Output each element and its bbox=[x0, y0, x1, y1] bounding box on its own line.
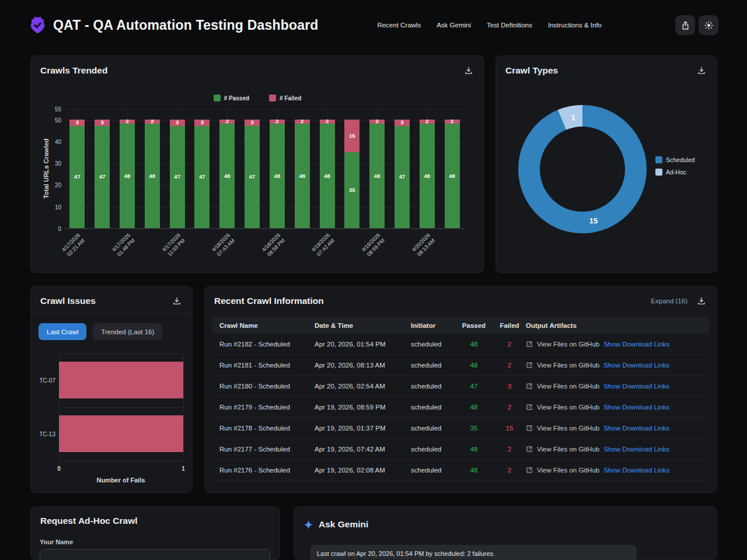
x-tick-label: 0 bbox=[57, 466, 61, 472]
nav-instructions-info[interactable]: Instructions & Info bbox=[548, 22, 602, 29]
cell-initiator: scheduled bbox=[411, 446, 455, 453]
stacked-bar-chart: 3473472482483473472483472482482481535248… bbox=[65, 109, 465, 229]
expand-table-link[interactable]: Expand (16) bbox=[651, 298, 687, 304]
request-adhoc-crawl-card: Request Ad-Hoc Crawl Your Name bbox=[30, 506, 280, 560]
recent-crawl-info-title: Recent Crawl Information bbox=[214, 296, 324, 306]
gemini-sparkle-icon bbox=[303, 520, 313, 530]
bar-group: 248 bbox=[439, 109, 465, 228]
bar-group: 347 bbox=[90, 109, 115, 228]
show-download-links-link[interactable]: Show Download Links bbox=[603, 341, 669, 348]
view-files-link[interactable]: View Files on GitHub bbox=[537, 383, 599, 390]
show-download-links-link[interactable]: Show Download Links bbox=[603, 446, 669, 453]
page-title: QAT - QA Automation Testing Dashboard bbox=[53, 18, 319, 33]
y-tick-label: 20 bbox=[55, 182, 61, 188]
bar-value-label: 48 bbox=[369, 173, 385, 179]
crawl-issues-title: Crawl Issues bbox=[40, 296, 96, 306]
bar-value-label: 15 bbox=[344, 133, 359, 139]
legend-item: # Passed bbox=[214, 94, 249, 102]
y-axis: 0102030405055 bbox=[31, 109, 61, 229]
cell-initiator: scheduled bbox=[411, 467, 455, 474]
trended-toggle-button[interactable]: Trended (Last 16) bbox=[93, 323, 162, 340]
view-files-link[interactable]: View Files on GitHub bbox=[537, 362, 599, 369]
theme-toggle-button[interactable] bbox=[699, 15, 718, 35]
y-tick-label: 40 bbox=[55, 138, 61, 145]
bars: 3473472482483473472483472482482481535248… bbox=[65, 109, 465, 228]
crawls-trended-title: Crawls Trended bbox=[40, 65, 107, 76]
table-row: Run #2178 - ScheduledApr 19, 2026, 01:37… bbox=[212, 418, 709, 439]
show-download-links-link[interactable]: Show Download Links bbox=[603, 383, 669, 390]
download-crawl-types-button[interactable] bbox=[696, 65, 707, 76]
view-files-link[interactable]: View Files on GitHub bbox=[537, 425, 599, 432]
download-icon bbox=[697, 66, 706, 75]
cell-failed: 2 bbox=[493, 446, 526, 453]
table-row: Run #2179 - ScheduledApr 19, 2026, 08:59… bbox=[212, 397, 709, 418]
download-crawls-trended-button[interactable] bbox=[463, 65, 474, 76]
legend-label: Scheduled bbox=[666, 156, 695, 163]
legend-item-adhoc: Ad-Hoc bbox=[655, 169, 695, 176]
stacked-bar: 248 bbox=[369, 120, 385, 228]
legend-item: # Failed bbox=[269, 94, 301, 102]
bar-segment: 2 bbox=[219, 120, 235, 124]
bar-group: 248 bbox=[115, 109, 140, 228]
donut-value-adhoc: 1 bbox=[571, 113, 575, 122]
legend-label: # Passed bbox=[224, 95, 249, 102]
table-header-row: Crawl Name Date & Time Initiator Passed … bbox=[212, 317, 709, 334]
bar-segment: 3 bbox=[395, 120, 410, 126]
nav-recent-crawls[interactable]: Recent Crawls bbox=[377, 22, 421, 29]
stacked-bar: 347 bbox=[194, 120, 210, 228]
ask-gemini-title: Ask Gemini bbox=[319, 519, 368, 530]
nav-ask-gemini[interactable]: Ask Gemini bbox=[437, 22, 471, 29]
last-crawl-toggle-button[interactable]: Last Crawl bbox=[39, 323, 86, 340]
stacked-bar: 248 bbox=[120, 120, 135, 228]
gemini-message: Last crawl on Apr 20, 2026, 01:54 PM by … bbox=[310, 545, 637, 560]
cell-datetime: Apr 19, 2026, 01:37 PM bbox=[315, 425, 411, 432]
gridline bbox=[59, 354, 183, 354]
your-name-input[interactable] bbox=[40, 549, 270, 560]
download-icon bbox=[464, 66, 473, 75]
share-button[interactable] bbox=[675, 15, 695, 35]
crawl-types-title: Crawl Types bbox=[505, 65, 558, 76]
bar-segment: 48 bbox=[145, 124, 160, 228]
bar-value-label: 47 bbox=[245, 174, 260, 180]
y-tick-label: 55 bbox=[55, 106, 61, 113]
show-download-links-link[interactable]: Show Download Links bbox=[603, 362, 669, 369]
table-body: Run #2182 - ScheduledApr 20, 2026, 01:54… bbox=[212, 334, 709, 481]
bar-segment: 48 bbox=[369, 124, 385, 228]
external-link-icon bbox=[526, 341, 533, 348]
cell-passed: 48 bbox=[455, 341, 493, 348]
download-icon bbox=[172, 296, 181, 306]
external-link-icon bbox=[526, 404, 533, 411]
table-row: Run #2181 - ScheduledApr 20, 2026, 08:13… bbox=[212, 355, 709, 376]
bar-group: 347 bbox=[165, 109, 190, 228]
download-crawl-issues-button[interactable] bbox=[171, 295, 183, 307]
bar-segment: 47 bbox=[395, 126, 410, 228]
bar-value-label: 47 bbox=[395, 174, 410, 180]
sun-icon bbox=[704, 20, 714, 30]
view-files-link[interactable]: View Files on GitHub bbox=[537, 446, 599, 453]
view-files-link[interactable]: View Files on GitHub bbox=[537, 404, 599, 411]
stacked-bar: 347 bbox=[69, 120, 85, 228]
download-table-button[interactable] bbox=[696, 295, 707, 307]
gridline bbox=[59, 407, 183, 408]
show-download-links-link[interactable]: Show Download Links bbox=[603, 404, 669, 411]
stacked-bar: 347 bbox=[395, 120, 410, 228]
main-nav: Recent CrawlsAsk GeminiTest DefinitionsI… bbox=[377, 22, 602, 29]
bar-segment: 48 bbox=[219, 124, 235, 228]
show-download-links-link[interactable]: Show Download Links bbox=[603, 425, 669, 432]
view-files-link[interactable]: View Files on GitHub bbox=[537, 467, 599, 474]
stacked-bar: 248 bbox=[270, 120, 285, 228]
cell-artifacts: View Files on GitHubShow Download Links bbox=[526, 425, 702, 432]
cell-artifacts: View Files on GitHubShow Download Links bbox=[526, 383, 702, 390]
adhoc-title: Request Ad-Hoc Crawl bbox=[40, 516, 138, 526]
bar-value-label: 3 bbox=[95, 120, 110, 125]
cell-datetime: Apr 20, 2026, 02:54 AM bbox=[315, 383, 411, 390]
y-tick-label: 50 bbox=[55, 117, 61, 123]
col-date-time: Date & Time bbox=[315, 322, 411, 329]
view-files-link[interactable]: View Files on GitHub bbox=[537, 341, 599, 348]
shield-logo-icon bbox=[29, 16, 47, 34]
show-download-links-link[interactable]: Show Download Links bbox=[603, 467, 669, 474]
crawl-issues-card: Crawl Issues Last Crawl Trended (Last 16… bbox=[30, 286, 193, 493]
bar-segment: 47 bbox=[194, 126, 210, 228]
bar-value-label: 3 bbox=[170, 120, 185, 125]
nav-test-definitions[interactable]: Test Definitions bbox=[487, 22, 532, 29]
